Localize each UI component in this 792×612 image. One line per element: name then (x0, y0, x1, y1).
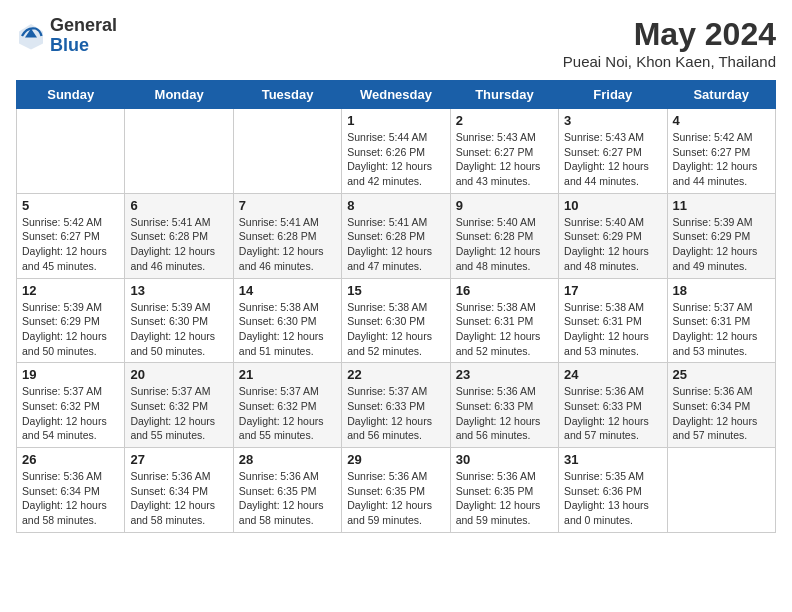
day-info: Sunrise: 5:40 AM Sunset: 6:28 PM Dayligh… (456, 215, 553, 274)
calendar-subtitle: Pueai Noi, Khon Kaen, Thailand (563, 53, 776, 70)
calendar-cell: 20Sunrise: 5:37 AM Sunset: 6:32 PM Dayli… (125, 363, 233, 448)
day-info: Sunrise: 5:36 AM Sunset: 6:33 PM Dayligh… (564, 384, 661, 443)
day-number: 31 (564, 452, 661, 467)
calendar-cell: 16Sunrise: 5:38 AM Sunset: 6:31 PM Dayli… (450, 278, 558, 363)
day-number: 9 (456, 198, 553, 213)
calendar-cell (17, 109, 125, 194)
day-number: 28 (239, 452, 336, 467)
day-info: Sunrise: 5:36 AM Sunset: 6:34 PM Dayligh… (22, 469, 119, 528)
weekday-header-row: SundayMondayTuesdayWednesdayThursdayFrid… (17, 81, 776, 109)
calendar-cell: 24Sunrise: 5:36 AM Sunset: 6:33 PM Dayli… (559, 363, 667, 448)
calendar-cell: 3Sunrise: 5:43 AM Sunset: 6:27 PM Daylig… (559, 109, 667, 194)
calendar-cell: 14Sunrise: 5:38 AM Sunset: 6:30 PM Dayli… (233, 278, 341, 363)
day-info: Sunrise: 5:37 AM Sunset: 6:33 PM Dayligh… (347, 384, 444, 443)
day-info: Sunrise: 5:38 AM Sunset: 6:31 PM Dayligh… (564, 300, 661, 359)
day-info: Sunrise: 5:36 AM Sunset: 6:35 PM Dayligh… (239, 469, 336, 528)
day-number: 14 (239, 283, 336, 298)
day-number: 11 (673, 198, 770, 213)
day-number: 17 (564, 283, 661, 298)
day-number: 30 (456, 452, 553, 467)
logo-text: General Blue (50, 16, 117, 56)
calendar-cell: 21Sunrise: 5:37 AM Sunset: 6:32 PM Dayli… (233, 363, 341, 448)
day-info: Sunrise: 5:41 AM Sunset: 6:28 PM Dayligh… (130, 215, 227, 274)
day-number: 1 (347, 113, 444, 128)
calendar-cell: 8Sunrise: 5:41 AM Sunset: 6:28 PM Daylig… (342, 193, 450, 278)
calendar-cell: 15Sunrise: 5:38 AM Sunset: 6:30 PM Dayli… (342, 278, 450, 363)
day-info: Sunrise: 5:39 AM Sunset: 6:30 PM Dayligh… (130, 300, 227, 359)
day-info: Sunrise: 5:37 AM Sunset: 6:32 PM Dayligh… (22, 384, 119, 443)
title-block: May 2024 Pueai Noi, Khon Kaen, Thailand (563, 16, 776, 70)
day-info: Sunrise: 5:38 AM Sunset: 6:30 PM Dayligh… (239, 300, 336, 359)
weekday-header-wednesday: Wednesday (342, 81, 450, 109)
day-info: Sunrise: 5:44 AM Sunset: 6:26 PM Dayligh… (347, 130, 444, 189)
calendar-cell: 11Sunrise: 5:39 AM Sunset: 6:29 PM Dayli… (667, 193, 775, 278)
day-info: Sunrise: 5:35 AM Sunset: 6:36 PM Dayligh… (564, 469, 661, 528)
day-number: 10 (564, 198, 661, 213)
day-number: 21 (239, 367, 336, 382)
calendar-title: May 2024 (563, 16, 776, 53)
calendar-cell: 13Sunrise: 5:39 AM Sunset: 6:30 PM Dayli… (125, 278, 233, 363)
calendar-cell (125, 109, 233, 194)
day-info: Sunrise: 5:37 AM Sunset: 6:32 PM Dayligh… (130, 384, 227, 443)
day-info: Sunrise: 5:41 AM Sunset: 6:28 PM Dayligh… (347, 215, 444, 274)
day-number: 2 (456, 113, 553, 128)
day-info: Sunrise: 5:40 AM Sunset: 6:29 PM Dayligh… (564, 215, 661, 274)
calendar-cell: 31Sunrise: 5:35 AM Sunset: 6:36 PM Dayli… (559, 448, 667, 533)
day-info: Sunrise: 5:41 AM Sunset: 6:28 PM Dayligh… (239, 215, 336, 274)
day-info: Sunrise: 5:42 AM Sunset: 6:27 PM Dayligh… (22, 215, 119, 274)
calendar-cell: 25Sunrise: 5:36 AM Sunset: 6:34 PM Dayli… (667, 363, 775, 448)
day-info: Sunrise: 5:38 AM Sunset: 6:31 PM Dayligh… (456, 300, 553, 359)
day-number: 25 (673, 367, 770, 382)
calendar-cell: 17Sunrise: 5:38 AM Sunset: 6:31 PM Dayli… (559, 278, 667, 363)
calendar-cell: 9Sunrise: 5:40 AM Sunset: 6:28 PM Daylig… (450, 193, 558, 278)
calendar-cell: 10Sunrise: 5:40 AM Sunset: 6:29 PM Dayli… (559, 193, 667, 278)
day-info: Sunrise: 5:36 AM Sunset: 6:34 PM Dayligh… (673, 384, 770, 443)
logo: General Blue (16, 16, 117, 56)
day-number: 19 (22, 367, 119, 382)
day-number: 24 (564, 367, 661, 382)
day-info: Sunrise: 5:39 AM Sunset: 6:29 PM Dayligh… (673, 215, 770, 274)
day-info: Sunrise: 5:36 AM Sunset: 6:34 PM Dayligh… (130, 469, 227, 528)
calendar-cell: 2Sunrise: 5:43 AM Sunset: 6:27 PM Daylig… (450, 109, 558, 194)
day-number: 20 (130, 367, 227, 382)
day-number: 7 (239, 198, 336, 213)
weekday-header-sunday: Sunday (17, 81, 125, 109)
day-info: Sunrise: 5:43 AM Sunset: 6:27 PM Dayligh… (456, 130, 553, 189)
day-info: Sunrise: 5:36 AM Sunset: 6:35 PM Dayligh… (347, 469, 444, 528)
calendar-cell: 29Sunrise: 5:36 AM Sunset: 6:35 PM Dayli… (342, 448, 450, 533)
calendar-cell: 4Sunrise: 5:42 AM Sunset: 6:27 PM Daylig… (667, 109, 775, 194)
logo-icon (16, 21, 46, 51)
day-info: Sunrise: 5:39 AM Sunset: 6:29 PM Dayligh… (22, 300, 119, 359)
calendar-cell: 18Sunrise: 5:37 AM Sunset: 6:31 PM Dayli… (667, 278, 775, 363)
calendar-week-row: 26Sunrise: 5:36 AM Sunset: 6:34 PM Dayli… (17, 448, 776, 533)
day-number: 4 (673, 113, 770, 128)
calendar-cell: 7Sunrise: 5:41 AM Sunset: 6:28 PM Daylig… (233, 193, 341, 278)
day-info: Sunrise: 5:38 AM Sunset: 6:30 PM Dayligh… (347, 300, 444, 359)
day-number: 13 (130, 283, 227, 298)
day-number: 26 (22, 452, 119, 467)
calendar-cell: 23Sunrise: 5:36 AM Sunset: 6:33 PM Dayli… (450, 363, 558, 448)
page-header: General Blue May 2024 Pueai Noi, Khon Ka… (16, 16, 776, 70)
day-number: 18 (673, 283, 770, 298)
day-info: Sunrise: 5:37 AM Sunset: 6:32 PM Dayligh… (239, 384, 336, 443)
day-number: 15 (347, 283, 444, 298)
day-number: 27 (130, 452, 227, 467)
weekday-header-monday: Monday (125, 81, 233, 109)
day-number: 6 (130, 198, 227, 213)
day-number: 5 (22, 198, 119, 213)
day-info: Sunrise: 5:42 AM Sunset: 6:27 PM Dayligh… (673, 130, 770, 189)
calendar-cell: 30Sunrise: 5:36 AM Sunset: 6:35 PM Dayli… (450, 448, 558, 533)
weekday-header-tuesday: Tuesday (233, 81, 341, 109)
day-info: Sunrise: 5:36 AM Sunset: 6:35 PM Dayligh… (456, 469, 553, 528)
day-info: Sunrise: 5:43 AM Sunset: 6:27 PM Dayligh… (564, 130, 661, 189)
weekday-header-friday: Friday (559, 81, 667, 109)
calendar-cell: 19Sunrise: 5:37 AM Sunset: 6:32 PM Dayli… (17, 363, 125, 448)
day-number: 3 (564, 113, 661, 128)
day-info: Sunrise: 5:37 AM Sunset: 6:31 PM Dayligh… (673, 300, 770, 359)
calendar-cell: 28Sunrise: 5:36 AM Sunset: 6:35 PM Dayli… (233, 448, 341, 533)
weekday-header-thursday: Thursday (450, 81, 558, 109)
calendar-cell: 12Sunrise: 5:39 AM Sunset: 6:29 PM Dayli… (17, 278, 125, 363)
calendar-cell: 26Sunrise: 5:36 AM Sunset: 6:34 PM Dayli… (17, 448, 125, 533)
day-number: 22 (347, 367, 444, 382)
calendar-week-row: 12Sunrise: 5:39 AM Sunset: 6:29 PM Dayli… (17, 278, 776, 363)
